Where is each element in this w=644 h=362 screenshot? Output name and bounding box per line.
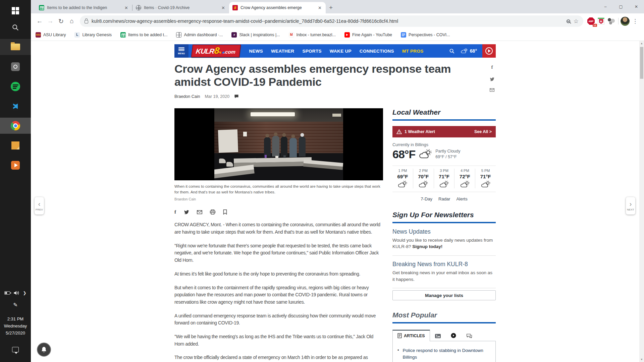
nav-wakeup[interactable]: WAKE UP: [330, 49, 352, 54]
taskbar-search-button[interactable]: [0, 19, 31, 36]
bookmark-youtube[interactable]: Fine Again - YouTube: [344, 32, 392, 38]
nav-weather[interactable]: WEATHER: [271, 49, 294, 54]
code-editor-button[interactable]: [0, 98, 31, 114]
popular-link[interactable]: Police respond to stabbing in Downtown B…: [403, 347, 491, 360]
newsletter-title[interactable]: News Updates: [392, 228, 496, 235]
hourly-slot[interactable]: 1 PM 69°F: [392, 169, 413, 188]
bookmark-items-sheet[interactable]: Items to be added t...: [120, 32, 167, 38]
spotify-button[interactable]: [0, 78, 31, 95]
comments-icon[interactable]: [234, 94, 239, 99]
seven-day-link[interactable]: 7-Day: [421, 196, 432, 201]
signup-cta[interactable]: Signup today!: [412, 244, 442, 249]
nav-connections[interactable]: CONNECTIONS: [360, 49, 394, 54]
tab-videos[interactable]: [446, 330, 461, 341]
bell-icon: [41, 347, 47, 353]
browser-menu-button[interactable]: ⋮: [630, 18, 641, 25]
twitter-share-icon[interactable]: [490, 77, 494, 81]
nav-weather-widget[interactable]: 68°: [460, 48, 477, 54]
close-tab-icon[interactable]: ✕: [317, 5, 322, 10]
prev-article-button[interactable]: ‹ PREV: [35, 197, 44, 215]
hourly-slot[interactable]: 2 PM 70°F: [413, 169, 434, 188]
chrome-button[interactable]: [0, 118, 31, 134]
save-bookmark-icon[interactable]: [223, 209, 227, 215]
close-tab-icon[interactable]: ✕: [124, 5, 129, 10]
bookmark-perspectives[interactable]: Perspectives - COVI...: [401, 32, 450, 38]
address-bar[interactable]: kulr8.com/news/crow-agency-assembles-eme…: [80, 15, 583, 27]
forward-button[interactable]: →: [45, 16, 56, 26]
tab-sheets[interactable]: Items to be added to the Indigen ✕: [36, 2, 132, 13]
hourly-slot[interactable]: 3 PM 71°F: [434, 169, 454, 188]
adblock-extension-button[interactable]: ABP 12: [586, 16, 596, 26]
close-window-button[interactable]: ✕: [629, 0, 644, 13]
author-link[interactable]: Braedon Cain: [174, 94, 200, 99]
nav-mtpros[interactable]: MT PROS: [402, 49, 424, 54]
facebook-share-icon[interactable]: f: [491, 64, 493, 70]
sticky-notes-button[interactable]: [0, 137, 31, 154]
bookmark-library-genesis[interactable]: LLibrary Genesis: [74, 32, 112, 38]
url-text[interactable]: kulr8.com/news/crow-agency-assembles-eme…: [92, 18, 563, 24]
tab-article-active[interactable]: 8 Crow Agency assembles emerge ✕: [229, 2, 326, 13]
pen-tray-button[interactable]: ✎: [0, 302, 31, 308]
nav-news[interactable]: NEWS: [249, 49, 263, 54]
bookmark-asu-library[interactable]: ASUASU Library: [36, 32, 66, 38]
system-tray[interactable]: ❯: [0, 290, 31, 296]
taskbar-clock[interactable]: 2:31 PM Wednesday 5/27/2020: [0, 316, 31, 337]
see-all-link[interactable]: See All >: [474, 129, 492, 134]
reload-button[interactable]: ↻: [56, 16, 66, 26]
file-explorer-button[interactable]: [0, 39, 31, 55]
tab-comments[interactable]: [461, 331, 477, 341]
action-center-button[interactable]: [0, 347, 31, 352]
article-photo-frame: [174, 108, 383, 180]
watch-live-button[interactable]: [482, 44, 496, 58]
radar-link[interactable]: Radar: [438, 196, 450, 201]
camera-app-button[interactable]: [0, 59, 31, 75]
site-search-button[interactable]: [449, 48, 455, 54]
tab-images[interactable]: [430, 331, 446, 341]
alerts-link[interactable]: Alerts: [456, 196, 467, 201]
start-button[interactable]: [0, 3, 31, 19]
nav-sports[interactable]: SPORTS: [302, 49, 321, 54]
zoom-out-icon[interactable]: [567, 19, 570, 23]
email-share-icon[interactable]: [197, 210, 202, 214]
next-article-button[interactable]: › NEXT: [626, 197, 635, 215]
window-controls: – ▢ ✕: [598, 0, 644, 13]
menu-button[interactable]: MENU: [174, 44, 189, 58]
new-tab-button[interactable]: +: [329, 4, 333, 11]
email-share-icon[interactable]: [490, 88, 494, 92]
facebook-share-icon[interactable]: f: [174, 209, 176, 215]
hourly-slot[interactable]: 5 PM 71°F: [475, 169, 496, 188]
print-icon[interactable]: [210, 209, 215, 215]
bookmark-slack[interactable]: #Slack | inspirations |...: [231, 32, 280, 38]
close-tab-icon[interactable]: ✕: [221, 5, 226, 10]
push-notification-button[interactable]: [37, 343, 51, 357]
next-label: NEXT: [627, 208, 634, 211]
weather-alert-bar[interactable]: 1 Weather Alert See All >: [392, 126, 496, 137]
newsletter-title[interactable]: Breaking News from KULR-8: [392, 261, 496, 268]
page-scrollbar[interactable]: ▲ ▼: [639, 41, 644, 362]
scroll-up-icon[interactable]: ▲: [639, 42, 644, 45]
sticky-note-icon: [11, 141, 19, 149]
scroll-down-icon[interactable]: ▼: [639, 358, 644, 361]
home-button[interactable]: ⌂: [66, 16, 77, 26]
hourly-slot[interactable]: 4 PM 72°F: [454, 169, 475, 188]
play-icon: [485, 47, 493, 55]
tab-articles[interactable]: ARTICLES: [392, 330, 430, 341]
twitter-share-icon[interactable]: [184, 210, 189, 214]
minimize-button[interactable]: –: [598, 0, 613, 13]
media-app-button[interactable]: [0, 157, 31, 173]
kulr8-logo[interactable]: KULR8.com: [191, 45, 241, 57]
newsletter-item[interactable]: Breaking News from KULR-8 Get breaking n…: [392, 256, 496, 288]
bookmark-admin-dashboard[interactable]: Admin dashboard ·...: [176, 32, 223, 38]
bookmark-star-icon[interactable]: ☆: [574, 18, 579, 25]
popular-item[interactable]: •Police respond to stabbing in Downtown …: [397, 347, 491, 360]
profile-avatar[interactable]: [621, 17, 630, 26]
mcafee-extension-button[interactable]: M: [596, 16, 606, 26]
bookmark-gmail-inbox[interactable]: MInbox - turner.beazl...: [289, 32, 336, 38]
tab-archive[interactable]: Items · Covid-19 Archive ✕: [132, 2, 229, 13]
extension-button[interactable]: [606, 16, 616, 26]
back-button[interactable]: ←: [34, 16, 45, 26]
newsletter-item[interactable]: News Updates Would you like to receive d…: [392, 223, 496, 256]
manage-lists-button[interactable]: Manage your lists: [392, 290, 496, 300]
maximize-button[interactable]: ▢: [613, 0, 629, 13]
scrollbar-thumb[interactable]: [640, 47, 643, 79]
